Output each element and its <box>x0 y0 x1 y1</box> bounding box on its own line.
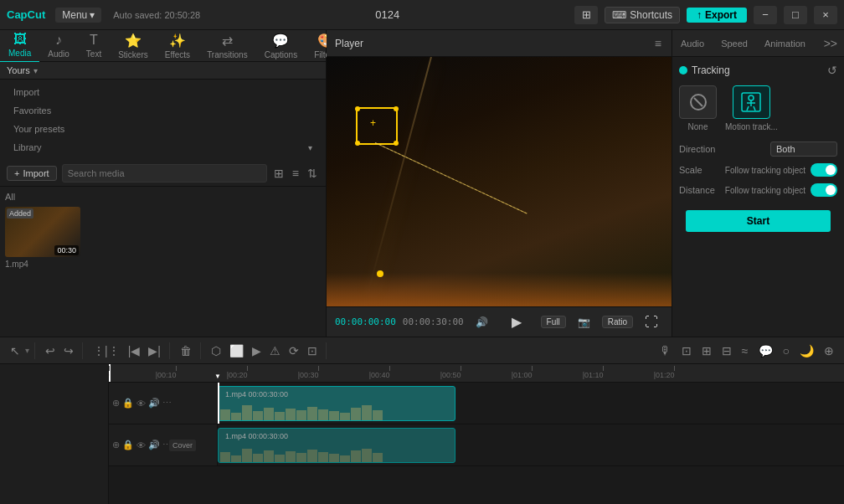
search-input[interactable] <box>62 164 267 183</box>
clip-tool2[interactable]: ⬜ <box>226 342 247 359</box>
reset-button[interactable]: ↺ <box>827 64 837 77</box>
ratio-button[interactable]: Ratio <box>602 316 633 328</box>
shortcuts-button[interactable]: ⌨ Shortcuts <box>605 7 680 23</box>
clip-tool1[interactable]: ⬡ <box>208 342 224 359</box>
text-icon: T <box>90 33 98 48</box>
track-tool1[interactable]: ⊡ <box>678 342 695 359</box>
clip-tool4[interactable]: ⚠ <box>266 342 284 359</box>
undo-button[interactable]: ↩ <box>42 342 59 359</box>
ruler-mark-4: |00:40 <box>369 371 390 379</box>
color-tool[interactable]: 🌙 <box>796 342 817 359</box>
player-menu-button[interactable]: ≡ <box>653 35 663 52</box>
sidebar-item-library[interactable]: Library ▾ <box>0 138 326 157</box>
video-clip-1[interactable]: 1.mp4 00:00:30:00 <box>218 386 455 421</box>
audio-2-track-icon[interactable]: 🔊 <box>148 440 160 450</box>
settings-tool[interactable]: ⊕ <box>821 342 837 359</box>
tracking-corner-br[interactable] <box>394 141 399 146</box>
motion-mode-icon[interactable] <box>733 85 770 119</box>
none-mode-label: None <box>688 122 708 131</box>
track-mode-none[interactable]: None <box>679 85 717 131</box>
stickers-icon: ⭐ <box>125 33 142 49</box>
scale-label: Scale <box>679 165 702 175</box>
track-tool2[interactable]: ⊞ <box>698 342 715 359</box>
history-tools: ↩ ↪ <box>42 342 83 359</box>
tracking-corner-bl[interactable] <box>355 141 360 146</box>
clip-tool6[interactable]: ⊡ <box>304 342 321 359</box>
tab-speed[interactable]: Speed <box>713 35 756 52</box>
trim-left-button[interactable]: |◀ <box>125 342 144 359</box>
select-tool[interactable]: ↖ <box>7 342 23 359</box>
tab-effects[interactable]: ✨ Effects <box>157 29 198 63</box>
redo-button[interactable]: ↪ <box>60 342 77 359</box>
tab-stickers[interactable]: ⭐ Stickers <box>110 29 157 63</box>
shortcuts-label: Shortcuts <box>630 9 672 21</box>
more-tabs-button[interactable]: >> <box>817 33 844 54</box>
sidebar-item-favorites[interactable]: Favorites <box>0 101 326 120</box>
delete-button[interactable]: 🗑 <box>177 342 195 359</box>
fullscreen-button[interactable]: ⛶ <box>640 313 663 332</box>
mic-button[interactable]: 🎙 <box>656 342 675 359</box>
tab-animation[interactable]: Animation <box>756 35 814 52</box>
caption-tool[interactable]: 💬 <box>755 342 776 359</box>
tracking-box[interactable] <box>356 107 398 145</box>
tab-transitions[interactable]: ⇄ Transitions <box>198 29 256 63</box>
distance-toggle-switch[interactable] <box>811 183 837 197</box>
tab-text[interactable]: T Text <box>78 29 110 62</box>
tab-audio-right[interactable]: Audio <box>672 35 713 52</box>
list-toggle-button[interactable]: ≡ <box>291 165 301 182</box>
effects-icon: ✨ <box>169 33 186 49</box>
track-1-content: 1.mp4 00:00:30:00 <box>218 383 844 424</box>
ruler-mark-8: |01:20 <box>654 371 675 379</box>
trim-right-button[interactable]: ▶| <box>145 342 164 359</box>
video-clip-2[interactable]: 1.mp4 00:00:30:00 <box>218 428 455 463</box>
lock-2-icon[interactable]: 🔒 <box>122 440 134 450</box>
tab-media[interactable]: 🖼 Media <box>0 28 39 63</box>
tracking-corner-tr[interactable] <box>394 106 399 111</box>
close-button[interactable]: × <box>814 6 837 24</box>
full-button[interactable]: Full <box>541 316 566 328</box>
tab-captions[interactable]: 💬 Captions <box>256 29 306 63</box>
player-controls: 00:00:00:00 00:00:30:00 🔊 ▶ Full 📷 Ratio… <box>327 306 672 337</box>
maximize-button[interactable]: □ <box>784 6 807 24</box>
list-item[interactable]: Added 00:30 1.mp4 <box>5 207 80 269</box>
playhead[interactable] <box>218 383 219 424</box>
track-tool3[interactable]: ⊟ <box>718 342 735 359</box>
play-button[interactable]: ▶ <box>507 312 527 332</box>
hide-icon[interactable]: 👁 <box>136 399 146 409</box>
more-icon[interactable]: ⋯ <box>162 398 172 409</box>
add-track-2-icon[interactable]: ⊕ <box>112 440 120 450</box>
split-tools: ⋮|⋮ |◀ ▶| <box>90 342 170 359</box>
player-header: Player ≡ <box>327 30 672 57</box>
menu-button[interactable]: Menu ▾ <box>55 8 101 23</box>
direction-select[interactable]: Both Horizontal Vertical <box>770 141 837 157</box>
media-icon: 🖼 <box>13 32 27 47</box>
audio-track-icon[interactable]: 🔊 <box>148 398 160 409</box>
snapshot-button[interactable]: 📷 <box>573 315 595 330</box>
speed-control[interactable]: ≈ <box>738 342 752 359</box>
right-panel: Audio Speed Animation >> Tracking ↺ <box>672 30 844 337</box>
import-button[interactable]: + Import <box>7 166 57 181</box>
grid-toggle-button[interactable]: ⊞ <box>272 165 286 182</box>
timeline-left-panel <box>0 364 109 504</box>
hide-2-icon[interactable]: 👁 <box>136 440 146 450</box>
minimize-button[interactable]: − <box>754 6 777 24</box>
audio-tool[interactable]: ○ <box>780 342 793 359</box>
none-mode-icon[interactable] <box>679 85 717 119</box>
export-button[interactable]: ↑ Export <box>687 8 747 23</box>
track-mode-motion[interactable]: Motion track... <box>725 85 778 131</box>
start-button[interactable]: Start <box>686 210 831 232</box>
grid-view-button[interactable]: ⊞ <box>574 6 598 24</box>
mute-button[interactable]: 🔊 <box>471 315 493 330</box>
sidebar-item-presets[interactable]: Your presets <box>0 120 326 138</box>
sidebar-item-import[interactable]: Import <box>0 83 326 101</box>
tab-audio[interactable]: ♪ Audio <box>39 29 78 62</box>
sort-button[interactable]: ⇅ <box>306 165 319 182</box>
scale-toggle-switch[interactable] <box>811 163 837 177</box>
split-button[interactable]: ⋮|⋮ <box>90 342 123 359</box>
lock-icon[interactable]: 🔒 <box>122 398 134 409</box>
tracking-corner-tl[interactable] <box>355 106 360 111</box>
clip-tool5[interactable]: ⟳ <box>286 342 302 359</box>
clip-tool3[interactable]: ▶ <box>249 342 265 359</box>
add-track-icon[interactable]: ⊕ <box>112 398 120 409</box>
topbar: CapCut Menu ▾ Auto saved: 20:50:28 0124 … <box>0 0 844 30</box>
